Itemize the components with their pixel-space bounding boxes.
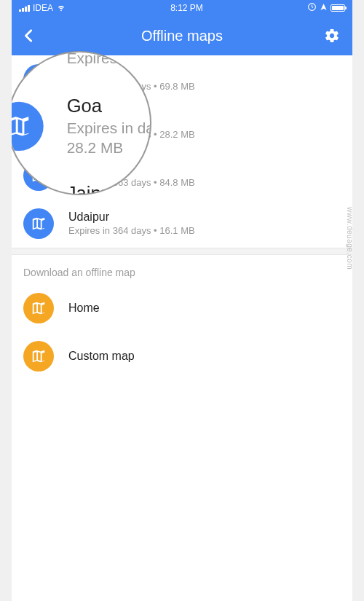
- download-label: Home: [68, 301, 100, 316]
- watermark: www.deuage.com: [346, 207, 352, 270]
- section-divider: [12, 248, 352, 255]
- settings-button[interactable]: [317, 21, 347, 50]
- map-item-text: Udaipur Expires in 364 days • 16.1 MB: [68, 210, 195, 237]
- location-icon: [320, 3, 328, 13]
- map-icon: [12, 102, 44, 151]
- orientation-lock-icon: [307, 2, 317, 14]
- mag-sub: Expires in days • 28.2 MB: [67, 119, 151, 158]
- chevron-left-icon: [21, 28, 37, 44]
- map-subtitle: Expires in 364 days • 16.1 MB: [68, 225, 195, 237]
- magnifier-overlay: A Expiresd Goa Expires in days • 28.2 MB: [12, 51, 151, 195]
- page-title: Offline maps: [12, 28, 352, 44]
- download-item-text: Custom map: [68, 349, 135, 364]
- download-home[interactable]: Home: [12, 284, 352, 332]
- status-right: [307, 2, 345, 14]
- download-item-text: Home: [68, 301, 100, 316]
- map-icon: [23, 208, 54, 239]
- nav-bar: Offline maps: [12, 16, 352, 55]
- signal-icon: [19, 5, 30, 12]
- download-label: Custom map: [68, 349, 135, 364]
- download-section: Download an offline map Home Custom map: [12, 255, 352, 380]
- download-custom[interactable]: Custom map: [12, 332, 352, 380]
- map-item-3[interactable]: Udaipur Expires in 364 days • 16.1 MB: [12, 200, 352, 248]
- status-bar: IDEA 8:12 PM: [12, 0, 352, 16]
- map-icon: [23, 293, 54, 323]
- wifi-icon: [56, 2, 66, 15]
- mag-item-1: Goa Expires in days • 28.2 MB: [12, 83, 151, 170]
- back-button[interactable]: [12, 18, 47, 53]
- map-name: Udaipur: [68, 210, 195, 225]
- gear-icon: [324, 28, 340, 44]
- status-left: IDEA: [19, 2, 66, 15]
- status-time: 8:12 PM: [170, 3, 203, 13]
- carrier-label: IDEA: [33, 3, 53, 13]
- map-icon: [23, 341, 54, 372]
- battery-icon: [331, 4, 345, 12]
- mag-name: Goa: [67, 95, 151, 119]
- screen: IDEA 8:12 PM Offline maps: [12, 0, 352, 601]
- download-header: Download an offline map: [12, 255, 352, 284]
